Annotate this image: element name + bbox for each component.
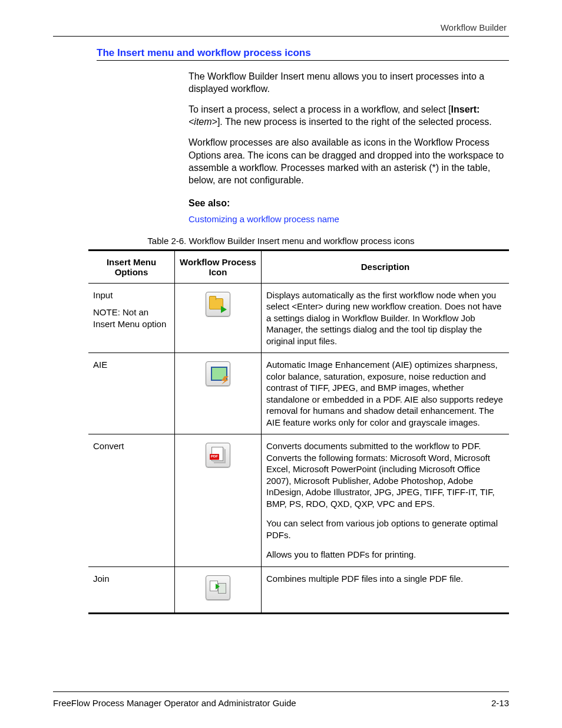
text: ]. The new process is inserted to the ri… — [217, 117, 492, 127]
table-row: Input NOTE: Not an Insert Menu option Di… — [88, 283, 509, 353]
text: Displays automatically as the first work… — [266, 290, 501, 346]
description-text: Allows you to flatten PDFs for printing. — [266, 549, 504, 561]
option-name: Input — [93, 289, 170, 301]
table-row: Convert Converts documents submitted to … — [88, 434, 509, 567]
text-italic: <item> — [189, 117, 217, 127]
running-header: Workflow Builder — [53, 22, 509, 32]
header-rule — [53, 36, 509, 37]
description-text: Automatic Image Enhancement (AIE) optimi… — [266, 359, 504, 428]
footer-title: FreeFlow Process Manager Operator and Ad… — [53, 698, 296, 708]
option-note: NOTE: Not an Insert Menu option — [93, 307, 170, 330]
aie-picture-icon — [206, 361, 230, 386]
column-header: Description — [262, 250, 510, 283]
section-title: The Insert menu and workflow process ico… — [97, 47, 509, 61]
option-name: Join — [93, 573, 170, 585]
body-paragraph: To insert a process, select a process in… — [189, 103, 507, 128]
column-header: Workflow Process Icon — [175, 250, 262, 283]
body-paragraph: Workflow processes are also available as… — [189, 136, 507, 186]
workflow-icons-table: Insert Menu Options Workflow Process Ico… — [88, 249, 509, 615]
convert-pdf-icon — [206, 443, 230, 467]
description-text: Displays automatically as the first work… — [266, 289, 504, 347]
page-footer: FreeFlow Process Manager Operator and Ad… — [53, 691, 509, 708]
description-text: Combines multiple PDF files into a singl… — [266, 573, 504, 585]
body-paragraph: The Workflow Builder Insert menu allows … — [189, 70, 507, 95]
text: To insert a process, select a process in… — [189, 104, 451, 114]
table-caption: Table 2-6. Workflow Builder Insert menu … — [53, 236, 509, 246]
see-also-link[interactable]: Customizing a workflow process name — [189, 213, 339, 225]
option-name: AIE — [93, 359, 170, 371]
table-row: Join Combines multiple PDF files into a … — [88, 566, 509, 614]
option-name: Convert — [93, 440, 170, 452]
column-header: Insert Menu Options — [88, 250, 175, 283]
description-text: Converts documents submitted to the work… — [266, 440, 504, 509]
join-docs-icon — [206, 575, 230, 600]
text-bold: Insert: — [451, 104, 480, 114]
footer-rule — [53, 691, 509, 692]
table-row: AIE Automatic Image Enhancement (AIE) op… — [88, 353, 509, 434]
see-also-heading: See also: — [189, 197, 507, 209]
page-number: 2-13 — [491, 698, 509, 708]
description-text: You can select from various job options … — [266, 518, 504, 541]
input-folder-icon — [206, 292, 230, 317]
